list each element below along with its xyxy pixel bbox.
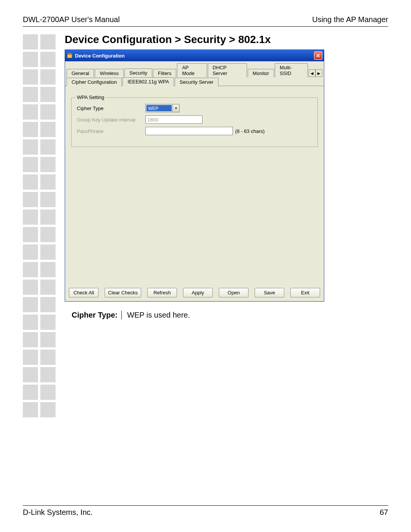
- description-label: Cipher Type:: [65, 311, 122, 320]
- close-button[interactable]: ✕: [314, 51, 322, 60]
- cipher-type-select[interactable]: WEP ▼: [145, 104, 180, 112]
- dropdown-arrow-icon: ▼: [172, 104, 179, 112]
- tab-ap-mode[interactable]: AP Mode: [177, 63, 207, 77]
- decorative-sidebar: [23, 34, 56, 420]
- close-icon: ✕: [316, 53, 320, 59]
- apply-button[interactable]: Apply: [183, 288, 213, 297]
- window-titlebar[interactable]: Device Configuration ✕: [65, 50, 324, 61]
- group-key-input[interactable]: [145, 115, 202, 124]
- header-left: DWL-2700AP User's Manual: [23, 15, 120, 24]
- passphrase-hint: (8 - 63 chars): [235, 128, 264, 134]
- cipher-type-value: WEP: [146, 105, 172, 112]
- page-footer: D-Link Systems, Inc. 67: [23, 505, 388, 517]
- open-button[interactable]: Open: [219, 288, 249, 297]
- tab-scroll-left-button[interactable]: ◀: [309, 69, 315, 77]
- tab-wireless[interactable]: Wireless: [95, 69, 124, 77]
- description-text: WEP is used here.: [122, 311, 190, 320]
- exit-button[interactable]: Exit: [290, 288, 320, 297]
- save-button[interactable]: Save: [255, 288, 284, 297]
- primary-tabs: General Wireless Security Filters AP Mod…: [65, 61, 324, 77]
- secondary-tabs: Cipher Configuration IEEE802.11g WPA Sec…: [65, 77, 324, 86]
- panel-body: WPA Setting Cipher Type WEP ▼ Group Key …: [68, 97, 321, 284]
- tab-dhcp-server[interactable]: DHCP Server: [208, 63, 247, 77]
- tab-filters[interactable]: Filters: [153, 69, 176, 77]
- tab-monitor[interactable]: Monitor: [248, 69, 274, 77]
- tab-scroll-right-button[interactable]: ▶: [315, 69, 322, 77]
- wpa-setting-fieldset: WPA Setting Cipher Type WEP ▼ Group Key …: [71, 97, 318, 147]
- refresh-button[interactable]: Refresh: [147, 288, 177, 297]
- device-config-window: Device Configuration ✕ General Wireless …: [65, 50, 324, 302]
- chevron-right-icon: ▶: [317, 71, 320, 75]
- svg-rect-1: [68, 53, 71, 55]
- passphrase-input[interactable]: [145, 127, 233, 135]
- tab-multi-ssid[interactable]: Multi-SSID: [275, 63, 308, 77]
- footer-left: D-Link Systems, Inc.: [23, 508, 92, 517]
- passphrase-label: PassPhrase: [77, 128, 145, 134]
- header-right: Using the AP Manager: [312, 15, 388, 24]
- section-title: Device Configuration > Security > 802.1x: [65, 34, 388, 46]
- check-all-button[interactable]: Check All: [69, 288, 99, 297]
- tab-ieee-wpa[interactable]: IEEE802.11g WPA: [123, 77, 174, 86]
- chevron-left-icon: ◀: [311, 71, 314, 75]
- window-icon: [67, 53, 73, 59]
- cipher-type-label: Cipher Type: [77, 105, 145, 111]
- page-header: DWL-2700AP User's Manual Using the AP Ma…: [23, 15, 388, 27]
- footer-page-number: 67: [380, 508, 388, 517]
- group-key-label: Group Key Update Interval: [77, 117, 145, 123]
- fieldset-legend: WPA Setting: [75, 94, 106, 100]
- tab-security[interactable]: Security: [124, 69, 152, 77]
- tab-cipher-config[interactable]: Cipher Configuration: [67, 78, 122, 86]
- tab-general[interactable]: General: [67, 69, 94, 77]
- tab-security-server[interactable]: Security Server: [175, 78, 218, 86]
- field-description: Cipher Type: WEP is used here.: [65, 311, 388, 320]
- clear-checks-button[interactable]: Clear Checks: [105, 288, 141, 297]
- window-title: Device Configuration: [75, 53, 125, 59]
- button-row: Check All Clear Checks Refresh Apply Ope…: [65, 287, 324, 301]
